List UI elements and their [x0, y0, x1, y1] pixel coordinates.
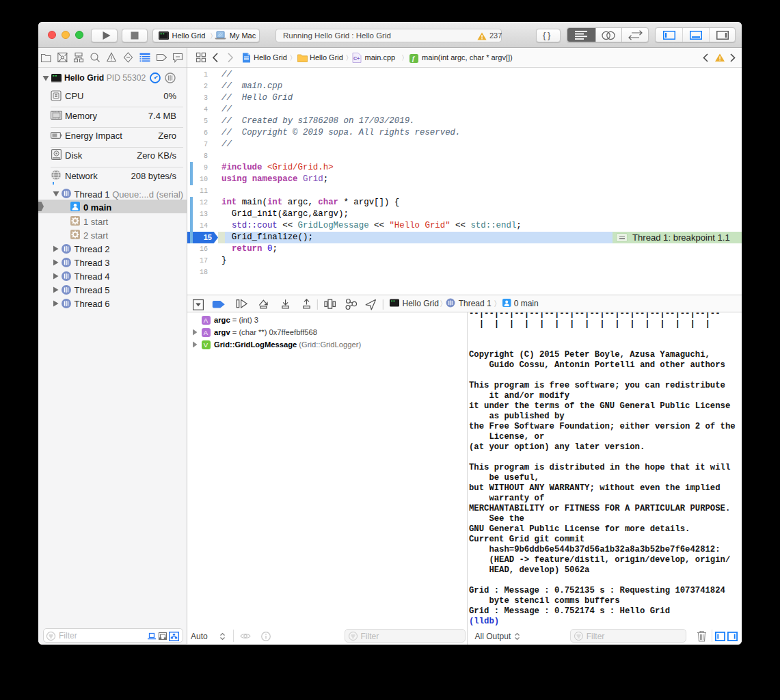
- svg-text:C+: C+: [353, 56, 360, 61]
